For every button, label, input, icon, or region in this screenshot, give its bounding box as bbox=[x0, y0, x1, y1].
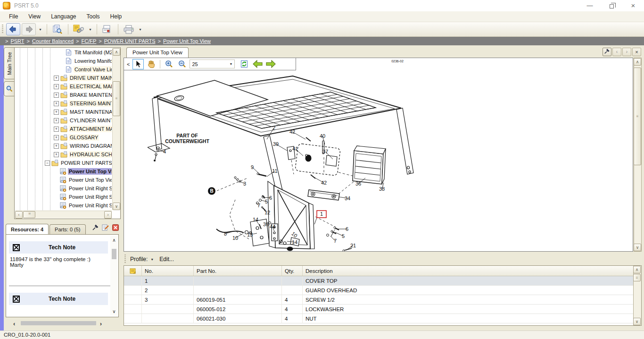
print-dropdown-caret[interactable]: ▼ bbox=[137, 28, 143, 31]
tab-search[interactable] bbox=[4, 81, 14, 96]
menu-item-help[interactable]: Help bbox=[105, 12, 127, 21]
column-header-description[interactable]: Description bbox=[303, 266, 641, 276]
resources-hscroll-thumb[interactable] bbox=[21, 321, 96, 325]
tree-item[interactable]: Control Valve Linkage bbox=[15, 65, 112, 74]
tab-resources[interactable]: Resources: 4 bbox=[6, 224, 49, 234]
scroll-down-button[interactable]: ∨ bbox=[113, 203, 120, 210]
tree-item[interactable]: −POWER UNIT PARTS bbox=[15, 159, 112, 167]
tree-item[interactable]: +CYLINDER MAINTENANC bbox=[15, 116, 112, 125]
restore-button[interactable] bbox=[601, 0, 622, 11]
table-row[interactable]: 060005-0124LOCKWASHER bbox=[124, 305, 641, 314]
expand-toggle-icon[interactable]: + bbox=[54, 93, 59, 98]
scroll-down-button[interactable]: ∨ bbox=[110, 309, 118, 314]
expand-toggle-icon[interactable]: + bbox=[54, 110, 59, 115]
scroll-right-button[interactable]: › bbox=[100, 320, 102, 327]
expand-toggle-icon[interactable]: + bbox=[54, 118, 59, 123]
tree-item[interactable]: Power Unit Top View (01 bbox=[15, 176, 112, 184]
forward-button[interactable] bbox=[22, 23, 36, 35]
notes-dropdown-caret[interactable]: ▼ bbox=[87, 28, 93, 31]
breadcrumb-link[interactable]: PSRT bbox=[10, 38, 24, 44]
expand-toggle-icon[interactable]: + bbox=[54, 144, 59, 149]
pan-tool-button[interactable] bbox=[146, 59, 157, 69]
search-documents-button[interactable] bbox=[50, 23, 65, 35]
print-button[interactable] bbox=[122, 23, 136, 35]
tree-item[interactable]: +ELECTRICAL MAINTENA bbox=[15, 82, 112, 91]
zoom-in-button[interactable] bbox=[163, 59, 174, 69]
expand-toggle-icon[interactable]: + bbox=[54, 127, 59, 132]
tree-item[interactable]: +BRAKE MAINTENANCE bbox=[15, 91, 112, 99]
tree-item[interactable]: +MAST MAINTENANCE bbox=[15, 108, 112, 116]
scroll-left-button[interactable]: ‹ bbox=[13, 320, 15, 327]
tree-item[interactable]: Power Unit Right Side Vie bbox=[15, 193, 112, 201]
document-tab[interactable]: Power Unit Top View bbox=[126, 47, 189, 58]
table-row[interactable]: 3060019-0514SCREW 1/2 bbox=[124, 295, 641, 305]
breadcrumb-link[interactable]: Counter Balanced bbox=[32, 38, 74, 44]
toolbar-grip[interactable] bbox=[2, 25, 3, 34]
scroll-left-button[interactable]: ‹ bbox=[15, 211, 23, 219]
expand-toggle-icon[interactable]: + bbox=[54, 84, 59, 89]
pin-icon[interactable] bbox=[92, 224, 99, 231]
pin-tab-button[interactable] bbox=[603, 48, 611, 56]
table-scroll-thumb[interactable]: ≡ bbox=[633, 274, 641, 281]
tree-item[interactable]: +HYDRAULIC SCHEMATIC bbox=[15, 150, 112, 159]
tree-item[interactable]: +ATTACHMENT MAINTEN bbox=[15, 125, 112, 133]
next-diagram-button[interactable] bbox=[265, 59, 276, 69]
profile-bar-grip[interactable] bbox=[124, 254, 126, 264]
tree-item[interactable]: +WIRING DIAGRAMS bbox=[15, 142, 112, 150]
diagram-viewer[interactable]: PART OFCOUNTERWEIGHT0236-022424039413736… bbox=[124, 58, 633, 252]
profile-dropdown-caret[interactable]: ▼ bbox=[150, 258, 154, 261]
select-tool-button[interactable] bbox=[132, 59, 144, 69]
tree-item[interactable]: Power Unit Right Side Vie bbox=[15, 201, 112, 210]
tech-note-card[interactable]: Tech Note118947 is the 33" ohg complete … bbox=[9, 241, 108, 278]
viewer-scroll-thumb[interactable]: ≡ bbox=[634, 68, 641, 165]
scroll-down-button[interactable]: ∨ bbox=[633, 318, 641, 325]
menu-item-view[interactable]: View bbox=[23, 12, 46, 21]
expand-toggle-icon[interactable]: + bbox=[54, 76, 59, 81]
column-header-qty[interactable]: Qty. bbox=[282, 266, 303, 276]
collapse-toolbar-handle[interactable]: < bbox=[126, 61, 131, 67]
scroll-up-button[interactable]: ∧ bbox=[110, 237, 118, 243]
tech-note-card[interactable]: Tech Note bbox=[9, 293, 108, 305]
tree-item[interactable]: Power Unit Top View bbox=[15, 167, 112, 176]
scroll-up-button[interactable]: ∧ bbox=[113, 48, 120, 56]
tree-item[interactable]: Tilt Manifold (M2.4-20 bbox=[15, 48, 112, 57]
breadcrumb-link[interactable]: POWER UNIT PARTS bbox=[104, 38, 156, 44]
expand-toggle-icon[interactable]: + bbox=[54, 135, 59, 140]
breadcrumb-link[interactable]: FC/FP bbox=[82, 38, 97, 44]
table-row[interactable]: 2GUARD OVERHEAD bbox=[124, 286, 641, 295]
scroll-up-button[interactable]: ∧ bbox=[633, 266, 641, 273]
expand-toggle-icon[interactable]: + bbox=[54, 152, 59, 157]
history-dropdown-caret[interactable]: ▼ bbox=[37, 28, 43, 31]
close-panel-icon[interactable] bbox=[112, 224, 119, 231]
tab-main-tree[interactable]: Main Tree bbox=[4, 47, 14, 79]
notes-column-header[interactable] bbox=[124, 266, 142, 276]
scroll-right-button[interactable]: › bbox=[104, 211, 112, 219]
profile-edit-button[interactable]: Edit... bbox=[159, 256, 174, 263]
close-tab-button[interactable]: × bbox=[632, 48, 641, 56]
menu-item-file[interactable]: File bbox=[4, 12, 23, 21]
close-button[interactable]: × bbox=[622, 0, 644, 11]
tree-item[interactable]: +DRIVE UNIT MAINTENAN bbox=[15, 74, 112, 82]
tree-scroll-thumb[interactable]: ≡ bbox=[113, 81, 120, 116]
breadcrumb-link[interactable]: Power Unit Top View bbox=[163, 38, 211, 44]
scroll-down-button[interactable]: ∨ bbox=[634, 244, 641, 251]
refresh-button[interactable] bbox=[239, 59, 250, 69]
column-header-part-no[interactable]: Part No. bbox=[194, 266, 282, 276]
menu-item-language[interactable]: Language bbox=[46, 12, 81, 21]
expand-toggle-icon[interactable]: − bbox=[45, 161, 50, 166]
report-button[interactable] bbox=[100, 23, 115, 35]
tree-item[interactable]: Lowering Manifold (M bbox=[15, 57, 112, 65]
previous-tab-button[interactable]: ‹ bbox=[612, 48, 621, 56]
scroll-up-button[interactable]: ∧ bbox=[634, 58, 641, 66]
previous-diagram-button[interactable] bbox=[252, 59, 263, 69]
notes-link-button[interactable] bbox=[72, 23, 86, 35]
table-row[interactable]: 1COVER TOP bbox=[124, 276, 641, 286]
tree-item[interactable]: +STEERING MAINTENANC bbox=[15, 99, 112, 108]
table-row[interactable]: 060021-0304NUT bbox=[124, 314, 641, 323]
menu-item-tools[interactable]: Tools bbox=[82, 12, 105, 21]
tree-item[interactable]: +GLOSSARY bbox=[15, 133, 112, 142]
tree-item[interactable]: Power Unit Right Side Vie bbox=[15, 184, 112, 193]
dock-strip[interactable] bbox=[0, 45, 4, 331]
expand-toggle-icon[interactable]: + bbox=[54, 101, 59, 106]
zoom-dropdown-caret[interactable]: ▼ bbox=[230, 62, 233, 66]
